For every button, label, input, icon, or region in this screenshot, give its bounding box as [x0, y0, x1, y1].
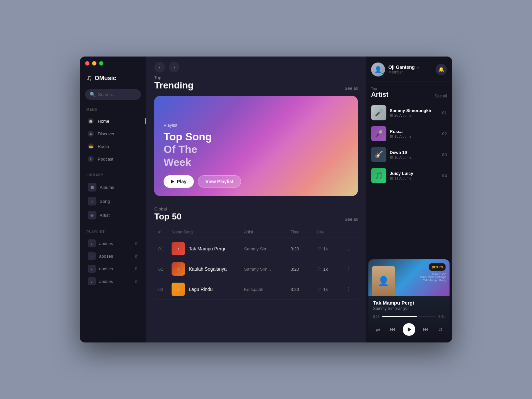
search-input[interactable]: Search... [98, 92, 115, 97]
song-info: ♪ Tak Mampu Pergi [172, 242, 244, 255]
top50-see-all[interactable]: See all [344, 217, 358, 222]
minimize-button[interactable] [92, 61, 96, 66]
np-artist: Sammy Simorangkir [373, 306, 445, 311]
album-icon: ▦ [390, 134, 393, 138]
sidebar-item-label: Discover [98, 131, 115, 136]
fullscreen-button[interactable] [99, 61, 103, 66]
hero-buttons: Play View Playlist [164, 175, 241, 188]
library-item-song[interactable]: ♪ Song [84, 194, 142, 208]
delete-icon[interactable]: 🗑 [134, 241, 138, 246]
user-name: Oji Ganteng ⌄ [388, 65, 419, 70]
artist-rank: 02 [442, 131, 447, 136]
np-play-button[interactable] [403, 323, 415, 336]
shuffle-button[interactable]: ⇄ [373, 325, 382, 334]
library-item-label: Artist [100, 213, 110, 218]
artist-info: Juicy Luicy ▦ 11 Albums [390, 171, 439, 180]
discover-icon: ◉ [88, 131, 94, 137]
np-person-art: 👤 [372, 266, 395, 296]
song-name: Kaulah Segalanya [189, 266, 227, 272]
sidebar-item-podcast[interactable]: 🎙 Podcast [84, 153, 142, 165]
artist-item-3[interactable]: 🎸 Dewa 19 ▦ 10 Albums 03 [371, 144, 447, 165]
hero-title: Top Song Of The Week [164, 130, 241, 169]
playlist-label: PLAYLIST [80, 230, 146, 237]
podcast-icon: 🎙 [88, 156, 94, 162]
artist-avatar: 🎸 [371, 147, 386, 162]
artist-item-1[interactable]: 🎤 Sammy Simorangkir ▦ 20 Albums 01 [371, 102, 447, 123]
artist-section-label: Top [371, 87, 388, 91]
repeat-button[interactable]: ↺ [436, 325, 445, 334]
playlist-item-3[interactable]: ♪ abdses 🗑 [84, 262, 142, 275]
sidebar-item-discover[interactable]: ◉ Discover [84, 127, 142, 140]
top50-section-header: Global Top 50 See all [154, 206, 358, 222]
delete-icon[interactable]: 🗑 [134, 279, 138, 284]
view-playlist-button[interactable]: View Playlist [198, 175, 241, 188]
trending-label: Top [154, 75, 194, 80]
playlist-item-4[interactable]: ♪ abdses 🗑 [84, 275, 142, 288]
artist-info: Sammy Simorangkir ▦ 20 Albums [390, 108, 439, 117]
play-button[interactable]: Play [164, 175, 194, 188]
library-item-artist[interactable]: ◎ Artist [84, 208, 142, 222]
sidebar-item-home[interactable]: 🏠 Home [84, 115, 142, 127]
search-bar[interactable]: 🔍 Search... [85, 89, 141, 100]
logo-icon: ♫ [86, 74, 92, 82]
avatar: 👤 [371, 63, 385, 76]
song-more-button[interactable]: ⋮ [344, 286, 354, 293]
col-time: Time [291, 230, 317, 234]
trending-title: Trending [154, 80, 194, 91]
artist-item-2[interactable]: 🎤 Rossa ▦ 15 Albums 02 [371, 123, 447, 144]
playlist-item-2[interactable]: ♪ abdses 🗑 [84, 250, 142, 262]
artist-avatar: 🎤 [371, 126, 386, 141]
table-row[interactable]: 01 ♪ Tak Mampu Pergi Sammy Sim... 3:20 ♡… [154, 239, 358, 259]
song-more-button[interactable]: ⋮ [344, 266, 354, 272]
back-button[interactable]: ‹ [154, 62, 165, 72]
song-thumbnail: ♪ [172, 262, 185, 276]
chevron-down-icon: ⌄ [416, 65, 419, 69]
artist-albums: ▦ 10 Albums [390, 155, 439, 159]
table-row[interactable]: 03 ♪ Lagu Rindu Kerispatih 3:20 ♡ 1k ⋮ [154, 279, 358, 300]
artist-section-title: Artist [371, 91, 388, 98]
col-num: # [158, 230, 172, 234]
song-time: 3:20 [291, 287, 317, 292]
albums-icon: ▦ [88, 183, 96, 192]
user-role: Member [388, 70, 419, 74]
top-artist-section: Top Artist See all 🎤 Sammy Simorangkir ▦… [366, 81, 452, 257]
song-likes: ♡ 1k [317, 267, 344, 272]
song-artist: Sammy Sim... [244, 267, 291, 272]
forward-button[interactable]: › [169, 62, 180, 72]
artist-item-4[interactable]: 🎵 Juicy Luicy ▦ 11 Albums 04 [371, 165, 447, 186]
np-controls: ⇄ ⏮ ⏭ ↺ [368, 321, 450, 340]
right-panel: 👤 Oji Ganteng ⌄ Member 🔔 Top Artist [366, 57, 452, 342]
song-info: ♪ Lagu Rindu [172, 283, 244, 296]
artist-name: Juicy Luicy [390, 171, 439, 176]
playlist-icon: ♪ [88, 252, 96, 260]
next-button[interactable]: ⏭ [421, 325, 430, 334]
artist-see-all[interactable]: See all [435, 94, 447, 98]
song-artist: Sammy Sim... [244, 246, 291, 251]
hero-banner: Playlist Top Song Of The Week Play View … [154, 96, 358, 196]
artist-name: Sammy Simorangkir [390, 108, 439, 113]
sidebar-item-label: Radio [98, 144, 109, 149]
trending-see-all[interactable]: See all [344, 86, 358, 91]
heart-icon: ♡ [317, 246, 321, 251]
sidebar-item-radio[interactable]: 📻 Radio [84, 140, 142, 153]
table-row[interactable]: 02 ♪ Kaulah Segalanya Sammy Sim... 3:20 … [154, 259, 358, 279]
np-progress-bar[interactable] [382, 316, 436, 317]
artist-albums: ▦ 20 Albums [390, 113, 439, 117]
playlist-item-1[interactable]: ♪ abdses 🗑 [84, 237, 142, 250]
delete-icon[interactable]: 🗑 [134, 254, 138, 258]
artist-rank: 03 [442, 152, 447, 157]
np-track-info: New TrackKau Harus BahagiaTak Mampu Perg… [420, 272, 446, 282]
delete-icon[interactable]: 🗑 [134, 266, 138, 271]
song-number: 01 [158, 246, 172, 251]
playlist-name: abdses [99, 279, 131, 284]
main-nav: 🏠 Home ◉ Discover 📻 Radio 🎙 Podcast [80, 115, 146, 165]
close-button[interactable] [85, 61, 89, 66]
playlist-nav: ♪ abdses 🗑 ♪ abdses 🗑 ♪ abdses 🗑 ♪ abdse… [80, 237, 146, 342]
song-more-button[interactable]: ⋮ [344, 246, 354, 252]
prev-button[interactable]: ⏮ [388, 325, 397, 334]
library-item-label: Song [100, 199, 110, 204]
notification-button[interactable]: 🔔 [436, 64, 447, 75]
library-item-label: Albums [100, 185, 114, 190]
np-progress-fill [382, 316, 417, 317]
library-item-albums[interactable]: ▦ Albums [84, 180, 142, 194]
